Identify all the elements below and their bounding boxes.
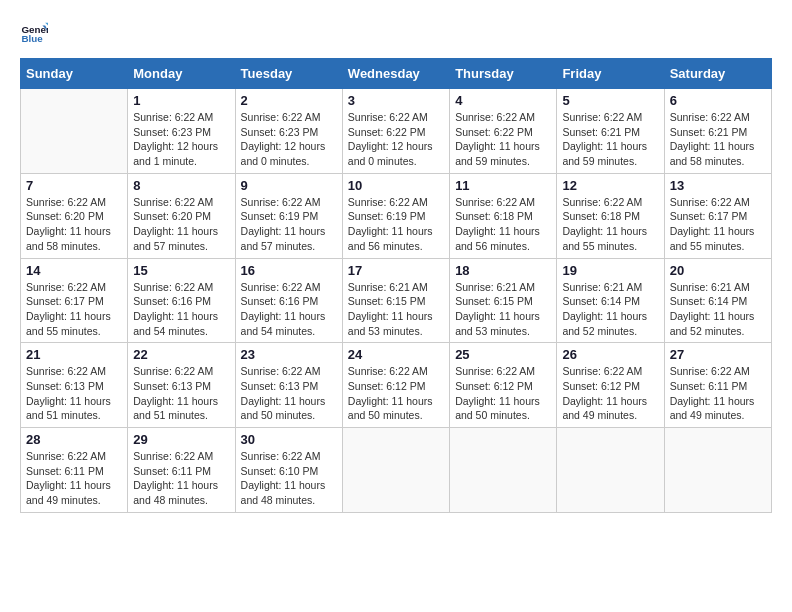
- day-header-monday: Monday: [128, 59, 235, 89]
- calendar-cell: 6Sunrise: 6:22 AM Sunset: 6:21 PM Daylig…: [664, 89, 771, 174]
- day-info: Sunrise: 6:22 AM Sunset: 6:13 PM Dayligh…: [133, 364, 229, 423]
- calendar-cell: 11Sunrise: 6:22 AM Sunset: 6:18 PM Dayli…: [450, 173, 557, 258]
- day-info: Sunrise: 6:22 AM Sunset: 6:17 PM Dayligh…: [670, 195, 766, 254]
- calendar-cell: 24Sunrise: 6:22 AM Sunset: 6:12 PM Dayli…: [342, 343, 449, 428]
- week-row-2: 7Sunrise: 6:22 AM Sunset: 6:20 PM Daylig…: [21, 173, 772, 258]
- days-header-row: SundayMondayTuesdayWednesdayThursdayFrid…: [21, 59, 772, 89]
- day-number: 23: [241, 347, 337, 362]
- calendar-cell: 25Sunrise: 6:22 AM Sunset: 6:12 PM Dayli…: [450, 343, 557, 428]
- day-info: Sunrise: 6:22 AM Sunset: 6:18 PM Dayligh…: [562, 195, 658, 254]
- calendar-cell: 22Sunrise: 6:22 AM Sunset: 6:13 PM Dayli…: [128, 343, 235, 428]
- week-row-4: 21Sunrise: 6:22 AM Sunset: 6:13 PM Dayli…: [21, 343, 772, 428]
- day-number: 15: [133, 263, 229, 278]
- calendar-cell: 16Sunrise: 6:22 AM Sunset: 6:16 PM Dayli…: [235, 258, 342, 343]
- day-info: Sunrise: 6:22 AM Sunset: 6:16 PM Dayligh…: [133, 280, 229, 339]
- day-number: 12: [562, 178, 658, 193]
- day-number: 3: [348, 93, 444, 108]
- day-info: Sunrise: 6:22 AM Sunset: 6:18 PM Dayligh…: [455, 195, 551, 254]
- calendar-cell: [557, 428, 664, 513]
- day-header-sunday: Sunday: [21, 59, 128, 89]
- day-number: 8: [133, 178, 229, 193]
- calendar-cell: 12Sunrise: 6:22 AM Sunset: 6:18 PM Dayli…: [557, 173, 664, 258]
- day-info: Sunrise: 6:22 AM Sunset: 6:12 PM Dayligh…: [562, 364, 658, 423]
- day-number: 5: [562, 93, 658, 108]
- day-info: Sunrise: 6:21 AM Sunset: 6:14 PM Dayligh…: [562, 280, 658, 339]
- day-info: Sunrise: 6:22 AM Sunset: 6:11 PM Dayligh…: [26, 449, 122, 508]
- day-number: 10: [348, 178, 444, 193]
- calendar-cell: 21Sunrise: 6:22 AM Sunset: 6:13 PM Dayli…: [21, 343, 128, 428]
- calendar-cell: 15Sunrise: 6:22 AM Sunset: 6:16 PM Dayli…: [128, 258, 235, 343]
- calendar-cell: 19Sunrise: 6:21 AM Sunset: 6:14 PM Dayli…: [557, 258, 664, 343]
- calendar-table: SundayMondayTuesdayWednesdayThursdayFrid…: [20, 58, 772, 513]
- calendar-cell: 5Sunrise: 6:22 AM Sunset: 6:21 PM Daylig…: [557, 89, 664, 174]
- day-info: Sunrise: 6:21 AM Sunset: 6:14 PM Dayligh…: [670, 280, 766, 339]
- day-info: Sunrise: 6:22 AM Sunset: 6:23 PM Dayligh…: [133, 110, 229, 169]
- day-info: Sunrise: 6:22 AM Sunset: 6:23 PM Dayligh…: [241, 110, 337, 169]
- svg-text:Blue: Blue: [21, 33, 43, 44]
- day-number: 9: [241, 178, 337, 193]
- day-number: 13: [670, 178, 766, 193]
- day-info: Sunrise: 6:22 AM Sunset: 6:16 PM Dayligh…: [241, 280, 337, 339]
- calendar-cell: [342, 428, 449, 513]
- day-number: 16: [241, 263, 337, 278]
- day-header-tuesday: Tuesday: [235, 59, 342, 89]
- calendar-cell: [21, 89, 128, 174]
- calendar-cell: 17Sunrise: 6:21 AM Sunset: 6:15 PM Dayli…: [342, 258, 449, 343]
- day-info: Sunrise: 6:22 AM Sunset: 6:17 PM Dayligh…: [26, 280, 122, 339]
- logo-icon: General Blue: [20, 20, 48, 48]
- calendar-cell: 4Sunrise: 6:22 AM Sunset: 6:22 PM Daylig…: [450, 89, 557, 174]
- day-info: Sunrise: 6:22 AM Sunset: 6:11 PM Dayligh…: [133, 449, 229, 508]
- day-info: Sunrise: 6:22 AM Sunset: 6:22 PM Dayligh…: [348, 110, 444, 169]
- day-info: Sunrise: 6:22 AM Sunset: 6:10 PM Dayligh…: [241, 449, 337, 508]
- day-number: 21: [26, 347, 122, 362]
- calendar-cell: [450, 428, 557, 513]
- day-info: Sunrise: 6:22 AM Sunset: 6:12 PM Dayligh…: [455, 364, 551, 423]
- day-info: Sunrise: 6:22 AM Sunset: 6:20 PM Dayligh…: [133, 195, 229, 254]
- day-info: Sunrise: 6:22 AM Sunset: 6:22 PM Dayligh…: [455, 110, 551, 169]
- calendar-cell: 1Sunrise: 6:22 AM Sunset: 6:23 PM Daylig…: [128, 89, 235, 174]
- logo: General Blue: [20, 20, 52, 48]
- week-row-5: 28Sunrise: 6:22 AM Sunset: 6:11 PM Dayli…: [21, 428, 772, 513]
- day-number: 1: [133, 93, 229, 108]
- day-number: 19: [562, 263, 658, 278]
- calendar-cell: 14Sunrise: 6:22 AM Sunset: 6:17 PM Dayli…: [21, 258, 128, 343]
- page-header: General Blue: [20, 20, 772, 48]
- day-number: 14: [26, 263, 122, 278]
- calendar-cell: 2Sunrise: 6:22 AM Sunset: 6:23 PM Daylig…: [235, 89, 342, 174]
- day-header-wednesday: Wednesday: [342, 59, 449, 89]
- day-number: 7: [26, 178, 122, 193]
- calendar-cell: 9Sunrise: 6:22 AM Sunset: 6:19 PM Daylig…: [235, 173, 342, 258]
- calendar-cell: 13Sunrise: 6:22 AM Sunset: 6:17 PM Dayli…: [664, 173, 771, 258]
- day-number: 27: [670, 347, 766, 362]
- day-info: Sunrise: 6:22 AM Sunset: 6:12 PM Dayligh…: [348, 364, 444, 423]
- day-number: 30: [241, 432, 337, 447]
- day-info: Sunrise: 6:22 AM Sunset: 6:20 PM Dayligh…: [26, 195, 122, 254]
- day-number: 6: [670, 93, 766, 108]
- day-number: 20: [670, 263, 766, 278]
- week-row-3: 14Sunrise: 6:22 AM Sunset: 6:17 PM Dayli…: [21, 258, 772, 343]
- calendar-cell: [664, 428, 771, 513]
- day-info: Sunrise: 6:22 AM Sunset: 6:21 PM Dayligh…: [562, 110, 658, 169]
- day-header-friday: Friday: [557, 59, 664, 89]
- calendar-cell: 8Sunrise: 6:22 AM Sunset: 6:20 PM Daylig…: [128, 173, 235, 258]
- day-number: 28: [26, 432, 122, 447]
- calendar-cell: 23Sunrise: 6:22 AM Sunset: 6:13 PM Dayli…: [235, 343, 342, 428]
- week-row-1: 1Sunrise: 6:22 AM Sunset: 6:23 PM Daylig…: [21, 89, 772, 174]
- day-number: 2: [241, 93, 337, 108]
- day-number: 17: [348, 263, 444, 278]
- day-info: Sunrise: 6:22 AM Sunset: 6:21 PM Dayligh…: [670, 110, 766, 169]
- day-info: Sunrise: 6:22 AM Sunset: 6:13 PM Dayligh…: [241, 364, 337, 423]
- day-number: 4: [455, 93, 551, 108]
- calendar-cell: 30Sunrise: 6:22 AM Sunset: 6:10 PM Dayli…: [235, 428, 342, 513]
- day-number: 29: [133, 432, 229, 447]
- day-info: Sunrise: 6:22 AM Sunset: 6:19 PM Dayligh…: [241, 195, 337, 254]
- day-number: 22: [133, 347, 229, 362]
- calendar-cell: 18Sunrise: 6:21 AM Sunset: 6:15 PM Dayli…: [450, 258, 557, 343]
- day-number: 11: [455, 178, 551, 193]
- day-info: Sunrise: 6:22 AM Sunset: 6:11 PM Dayligh…: [670, 364, 766, 423]
- calendar-cell: 3Sunrise: 6:22 AM Sunset: 6:22 PM Daylig…: [342, 89, 449, 174]
- day-info: Sunrise: 6:22 AM Sunset: 6:19 PM Dayligh…: [348, 195, 444, 254]
- day-header-saturday: Saturday: [664, 59, 771, 89]
- day-header-thursday: Thursday: [450, 59, 557, 89]
- calendar-cell: 10Sunrise: 6:22 AM Sunset: 6:19 PM Dayli…: [342, 173, 449, 258]
